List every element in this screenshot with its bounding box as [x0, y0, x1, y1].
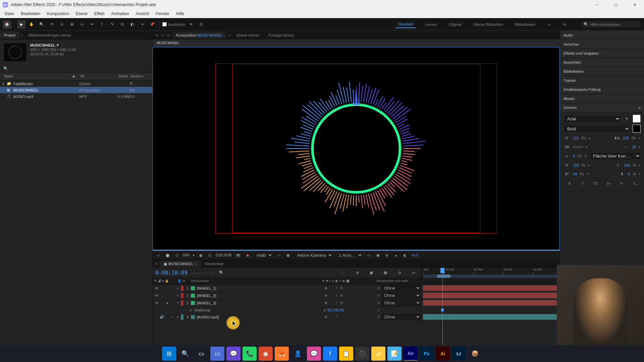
menu-fenster[interactable]: Fenster — [152, 10, 173, 17]
pickwhip-icon[interactable]: ⊚ — [377, 286, 380, 290]
comp-mini-icon1[interactable]: ⬚ — [339, 268, 347, 277]
comp-breadcrumb[interactable]: MUSICWHEEL — [153, 40, 560, 47]
subscript-button[interactable]: T₁ — [631, 181, 639, 187]
pickwhip-icon[interactable]: ⊚ — [377, 308, 380, 312]
region-icon[interactable]: ▭ — [276, 253, 282, 258]
collapse-icon[interactable]: ▾ — [176, 301, 180, 305]
property-value[interactable]: 95,0,95,0% — [327, 308, 344, 312]
maximize-button[interactable]: ▢ — [609, 1, 623, 9]
panel-absatz[interactable]: Absatz — [560, 94, 644, 103]
project-row-folder[interactable]: ▸ 📁 Farbflächen Ordner ⚙ — [0, 80, 152, 87]
menu-datei[interactable]: Datei — [1, 10, 17, 17]
puppet-tool[interactable]: 📌 — [148, 20, 157, 29]
tab-footage[interactable]: Footage (ohne) — [265, 32, 297, 39]
panel-tracker[interactable]: Tracker — [560, 76, 644, 85]
mask-icon[interactable]: ▭ — [155, 253, 161, 258]
panel-effekte[interactable]: Effekte und Vorgaben — [560, 49, 644, 58]
workspace-bibliotheken[interactable]: Bibliotheken — [513, 21, 538, 28]
comp-viewer[interactable] — [153, 47, 560, 250]
comp-mini-icon5[interactable]: ⊘ — [395, 268, 404, 277]
speaker-icon[interactable]: 🔊 — [159, 314, 165, 320]
font-select[interactable]: Arial — [564, 115, 621, 123]
layer-row[interactable]: 👁● ▾ 3 [WHEEL_3] ⊛/fx ⊚Ohne — [153, 299, 560, 307]
taskbar-firefox[interactable]: 🦊 — [275, 347, 289, 361]
tab-effects[interactable]: Effekteinstellungen (ohne) — [24, 32, 75, 39]
views-select[interactable]: 1 Ansi… — [336, 252, 363, 259]
taskbar-app2[interactable]: ◉ — [259, 347, 273, 361]
eraser-tool[interactable]: ◧ — [128, 20, 137, 29]
pen-tool[interactable]: ✒ — [88, 20, 96, 29]
camera-select[interactable]: Aktive Kamera — [294, 252, 333, 259]
timeline-close-icon[interactable]: ✕ — [153, 262, 160, 266]
channel-icon[interactable]: ◉ — [245, 253, 251, 258]
timeline-ruler[interactable]: :00s :00:15s 00:30s 00:45s 01:00s 01:15s… — [421, 268, 560, 284]
fill-over-select[interactable]: Fläche über Kon… — [589, 152, 641, 160]
roto-tool[interactable]: ✦ — [138, 20, 147, 29]
taskbar-obs[interactable]: ⚫ — [355, 347, 369, 361]
panel-vorschau[interactable]: Vorschau — [560, 40, 644, 49]
tab-renderlist[interactable]: Renderliste — [201, 260, 228, 267]
taskbar-messenger[interactable]: 💬 — [307, 347, 321, 361]
smallcaps-button[interactable]: Tᴛ — [605, 181, 612, 187]
stopwatch-icon[interactable]: ⊙ — [190, 308, 194, 312]
header-shy-icon[interactable]: 👤 — [177, 279, 182, 283]
timeline-menu-icon[interactable]: ≡ — [195, 262, 197, 266]
style-select[interactable]: Bold — [564, 125, 630, 133]
minimize-button[interactable]: ─ — [590, 1, 604, 9]
project-row-audio[interactable]: 🎵 AUDIO.mp3 MP3 5,5 MB 0:0 — [0, 93, 152, 100]
panel-bibliotheken[interactable]: Bibliotheken — [560, 67, 644, 76]
timecode[interactable]: 0:00:10:09 — [155, 269, 187, 276]
res-icon[interactable]: ▦ — [198, 253, 204, 258]
resolution-select[interactable]: Halb — [254, 252, 273, 259]
panel-menu-icon[interactable]: ≡ — [639, 106, 641, 110]
italic-button[interactable]: T — [579, 181, 586, 187]
tab-menu-icon[interactable]: ≡ — [228, 33, 230, 37]
hand-tool[interactable]: ✋ — [27, 20, 36, 29]
taskbar-notes[interactable]: 📋 — [339, 347, 353, 361]
parent-select[interactable]: Ohne — [381, 285, 421, 291]
menu-hilfe[interactable]: Hilfe — [173, 10, 187, 17]
3d-icon[interactable]: ⊡ — [174, 253, 179, 258]
workspace-kleiner[interactable]: Kleiner Bildschirm — [471, 21, 506, 28]
leading[interactable]: 325 — [623, 136, 629, 140]
ausrichten-checkbox[interactable] — [162, 22, 167, 26]
taskbar-app3[interactable]: 👤 — [291, 347, 305, 361]
tab-project-menu-icon[interactable]: ≡ — [19, 33, 24, 38]
rotate-tool[interactable]: ⊙ — [57, 20, 66, 29]
close-button[interactable]: ✕ — [628, 1, 641, 9]
exposure-icon[interactable]: ◐ — [402, 253, 408, 258]
snap-icon[interactable]: ✕ — [187, 20, 196, 29]
workspace-menu-icon[interactable]: ▭ — [560, 20, 569, 29]
property-row[interactable]: ⊙ Skalierung ⊚ 95,0,95,0% ⊚ — [153, 307, 560, 313]
pickwhip-icon[interactable]: ⊚ — [377, 315, 380, 319]
workspace-lernen[interactable]: Lernen — [423, 21, 439, 28]
panel-ausrichten[interactable]: Ausrichten — [560, 58, 644, 67]
comp-mini-icon2[interactable]: ⊛ — [353, 268, 362, 277]
taskbar-app4[interactable]: 📦 — [468, 347, 482, 361]
exposure-value[interactable]: +0,0 — [411, 253, 418, 257]
alpha-icon[interactable]: ⬤ — [164, 253, 171, 258]
tab-close-icon[interactable]: ✕ — [155, 33, 158, 38]
taskbar-teams[interactable]: 💬 — [226, 347, 240, 361]
eyedropper-icon[interactable]: ✎ — [623, 115, 630, 122]
tab-ebene[interactable]: Ebene (ohne) — [233, 32, 263, 39]
expand-icon[interactable]: ▸ — [176, 293, 180, 298]
taskbar-ps[interactable]: Ps — [420, 347, 434, 361]
taskbar-taskview[interactable]: ▭ — [194, 347, 208, 361]
shape-tool[interactable]: ▭ — [77, 20, 86, 29]
view-icon1[interactable]: ▭ — [366, 253, 372, 258]
home-tool[interactable]: 🏠 — [3, 20, 11, 29]
tracking[interactable]: 10 — [632, 145, 636, 149]
layer-row[interactable]: 👁 ▸ 1 [WHEEL_1] ⊛/fx ⊚Ohne — [153, 285, 560, 292]
view-icon2[interactable]: ▣ — [375, 253, 381, 258]
taskbar-app1[interactable]: ▭ — [210, 347, 224, 361]
expand-icon[interactable]: ▸ — [3, 81, 7, 86]
zoom-dropdown-icon[interactable]: ▾ — [193, 253, 195, 257]
parent-select[interactable]: Ohne — [381, 292, 421, 299]
parent-select[interactable]: Ohne — [381, 314, 421, 320]
chevron-down-icon[interactable]: ▾ — [57, 43, 59, 47]
kerning[interactable]: Metrik — [573, 145, 583, 149]
allcaps-button[interactable]: TT — [592, 181, 599, 187]
layer-row[interactable]: 👁 ▸ 2 [WHEEL_2] ⊛/fx ⊚Ohne — [153, 292, 560, 299]
brush-tool[interactable]: ✎ — [108, 20, 116, 29]
